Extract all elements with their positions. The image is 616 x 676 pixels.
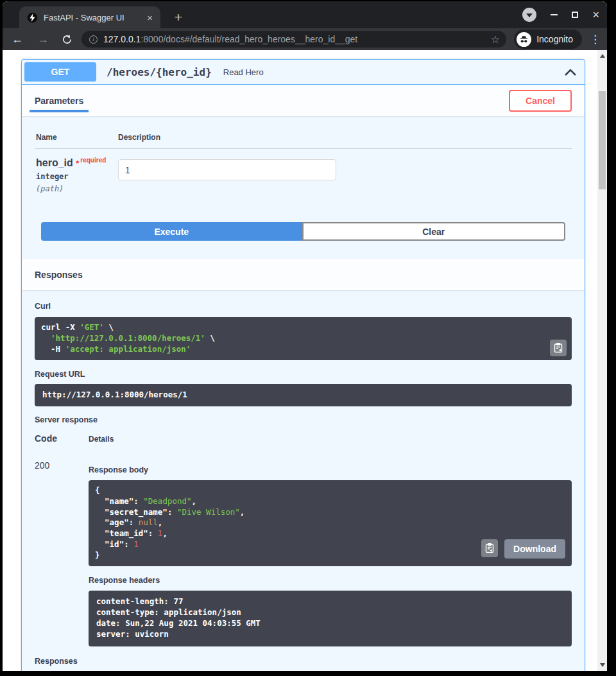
incognito-label: Incognito (536, 34, 573, 44)
parameters-body: Name Description hero_id *required integ… (22, 116, 585, 259)
swagger-page: GET /heroes/{hero_id} Read Hero Paramete… (3, 50, 597, 671)
active-tab-indicator (30, 110, 89, 112)
cancel-button[interactable]: Cancel (509, 90, 572, 112)
url-path: :8000/docs#/default/read_hero_heroes__he… (141, 34, 357, 44)
incognito-badge: Incognito (514, 30, 582, 49)
url-host: 127.0.0.1 (103, 34, 141, 44)
copy-response-button[interactable] (481, 539, 498, 557)
parameter-location: (path) (36, 184, 118, 193)
scroll-down-arrow-icon[interactable] (600, 663, 605, 667)
new-tab-button[interactable]: + (171, 10, 186, 25)
operation-summary[interactable]: GET /heroes/{hero_id} Read Hero (22, 60, 585, 85)
copy-curl-button[interactable] (550, 340, 567, 356)
required-label: required (80, 157, 106, 164)
responses-title: Responses (35, 270, 83, 280)
details-header: Details (89, 435, 572, 444)
download-button[interactable]: Download (504, 539, 565, 559)
response-body-actions: Download (481, 539, 565, 559)
responses-schema-label: Responses (35, 657, 572, 666)
url-bar[interactable]: i 127.0.0.1:8000/docs#/default/read_hero… (81, 31, 506, 48)
clear-button[interactable]: Clear (302, 222, 566, 241)
incognito-icon (517, 32, 531, 47)
page-scrollbar[interactable] (597, 50, 607, 671)
tab-close-icon[interactable]: × (146, 13, 154, 22)
back-button[interactable]: ← (12, 33, 23, 45)
browser-status-badge-icon[interactable] (522, 8, 536, 22)
site-info-icon[interactable]: i (89, 35, 98, 44)
reload-button[interactable] (62, 34, 73, 45)
parameter-name: hero_id *required (36, 157, 118, 169)
response-body-json: { "name": "Deadpond", "secret_name": "Di… (89, 480, 572, 566)
server-response-table: Code 200 Details Response body { "name":… (35, 433, 572, 647)
responses-header: Responses (22, 259, 585, 290)
parameter-row: hero_id *required integer (path) (35, 149, 572, 193)
collapse-chevron-icon[interactable] (564, 68, 577, 76)
browser-tab[interactable]: FastAPI - Swagger UI × (19, 6, 160, 28)
status-code: 200 (35, 460, 89, 471)
curl-label: Curl (35, 302, 572, 311)
window-controls: × (522, 1, 599, 28)
parameters-header: Parameters Cancel (22, 85, 585, 116)
execute-wrapper: Execute Clear (35, 193, 572, 259)
request-url-label: Request URL (35, 370, 572, 379)
endpoint-path: /heroes/{hero_id} (107, 66, 212, 78)
parameters-title: Parameters (35, 96, 83, 106)
bookmark-star-icon[interactable]: ☆ (491, 33, 500, 46)
endpoint-summary: Read Hero (223, 67, 264, 77)
browser-menu-icon[interactable]: ⋮ (590, 33, 601, 46)
url-text: 127.0.0.1:8000/docs#/default/read_hero_h… (103, 34, 486, 44)
name-column-header: Name (36, 133, 118, 142)
scroll-up-arrow-icon[interactable] (600, 54, 605, 58)
maximize-button[interactable] (572, 12, 578, 18)
code-column: Code 200 (35, 433, 89, 647)
description-column-header: Description (118, 133, 160, 142)
get-operation-block: GET /heroes/{hero_id} Read Hero Paramete… (21, 59, 585, 671)
fastapi-favicon-icon (27, 12, 38, 23)
details-column: Details Response body { "name": "Deadpon… (89, 433, 572, 647)
responses-body: Curl curl -X 'GET' \ 'http://127.0.0.1:8… (22, 290, 585, 671)
execute-button[interactable]: Execute (41, 222, 302, 241)
response-headers: content-length: 77 content-type: applica… (89, 591, 572, 647)
parameters-column-headers: Name Description (35, 129, 572, 149)
scrollbar-thumb[interactable] (599, 91, 606, 189)
parameter-type: integer (36, 172, 118, 181)
request-url-value: http://127.0.0.1:8000/heroes/1 (35, 384, 572, 406)
curl-command: curl -X 'GET' \ 'http://127.0.0.1:8000/h… (35, 317, 572, 360)
browser-toolbar: ← → i 127.0.0.1:8000/docs#/default/read_… (3, 28, 607, 50)
response-body-label: Response body (89, 465, 572, 474)
code-header: Code (35, 433, 89, 444)
browser-window: FastAPI - Swagger UI × + × ← → i 127.0.0… (3, 1, 607, 671)
parameter-meta: hero_id *required integer (path) (36, 157, 118, 193)
minimize-button[interactable] (551, 14, 558, 15)
http-method-badge: GET (24, 62, 96, 82)
tab-title: FastAPI - Swagger UI (44, 13, 146, 22)
parameter-value-cell (118, 157, 336, 193)
server-response-label: Server response (35, 415, 572, 424)
tab-strip: FastAPI - Swagger UI × + × (3, 1, 607, 28)
hero-id-input[interactable] (118, 159, 336, 180)
window-close-button[interactable]: × (592, 9, 599, 21)
required-star: * (76, 159, 79, 168)
response-headers-label: Response headers (89, 576, 572, 585)
forward-button[interactable]: → (37, 33, 49, 45)
